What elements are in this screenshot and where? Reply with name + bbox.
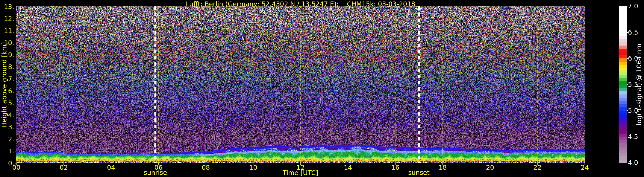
y-tick-mark [15,139,16,139]
colorbar-tick-label: 4.5 [628,133,644,141]
y-tick-label: 4. [0,111,14,119]
y-tick-mark [15,91,16,91]
y-tick-mark [15,55,16,55]
y-tick-mark [15,115,16,115]
quicklook-figure: Lufft: Berlin (Germany; 52.4302 N / 13.5… [0,0,644,177]
y-tick-mark [15,67,16,67]
y-tick-label: 6. [0,87,14,95]
colorbar [619,6,627,163]
x-tick-label: 02 [55,163,72,172]
x-tick-label: 24 [576,163,593,172]
y-tick-label: 3. [0,123,14,131]
y-tick-mark [15,19,16,19]
lidar-backscatter-heatmap [16,6,585,163]
y-tick-label: 11. [0,27,14,35]
x-tick-label: 06 [150,163,167,172]
colorbar-tick-label: 6.5 [628,28,644,37]
x-tick-label: 14 [339,163,356,172]
y-tick-mark [15,127,16,127]
y-tick-label: 2. [0,135,14,143]
x-tick-label: 20 [482,163,499,172]
y-tick-mark [15,103,16,103]
y-tick-label: 5. [0,99,14,107]
colorbar-tick-label: 4.0 [628,159,644,167]
x-tick-label: 16 [387,163,404,172]
y-tick-label: 12. [0,15,14,23]
y-tick-label: 1. [0,147,14,155]
y-tick-mark [15,7,16,7]
x-tick-label: 10 [245,163,262,172]
y-tick-mark [15,151,16,151]
y-tick-label: 0. [0,159,14,167]
x-tick-label: 22 [529,163,546,172]
colorbar-tick-label: 6.0 [628,54,644,63]
x-tick-label: 18 [434,163,451,172]
y-tick-mark [15,163,16,163]
x-tick-label: 08 [197,163,214,172]
y-tick-label: 9. [0,51,14,59]
y-tick-label: 13. [0,3,14,11]
y-tick-label: 8. [0,63,14,71]
y-tick-label: 7. [0,75,14,83]
y-tick-mark [15,31,16,31]
colorbar-tick-label: 5.0 [628,107,644,115]
y-tick-label: 10. [0,39,14,47]
colorbar-tick-label: 7.0 [628,2,644,10]
x-tick-label: 04 [102,163,120,172]
x-tick-label: 12 [292,163,309,172]
colorbar-tick-label: 5.5 [628,81,644,89]
y-tick-mark [15,43,16,43]
y-tick-mark [15,79,16,79]
